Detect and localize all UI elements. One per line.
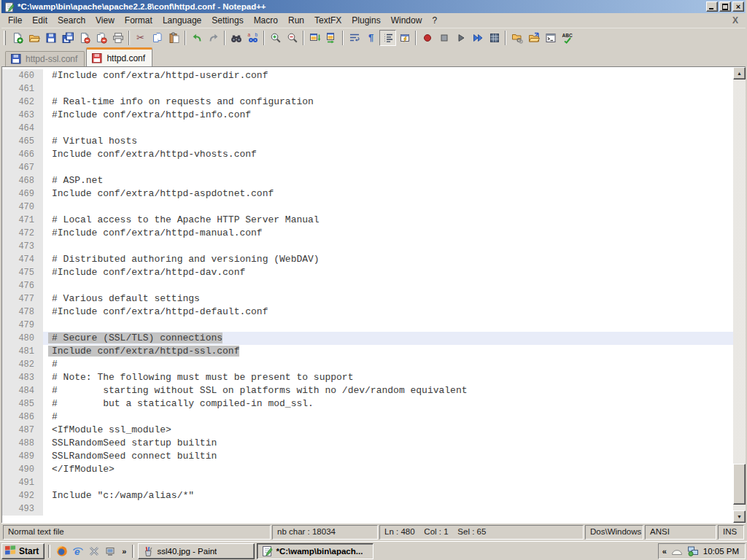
menu-item-file[interactable]: File	[3, 14, 27, 27]
code-line-472[interactable]: 472#Include conf/extra/httpd-manual.conf	[2, 227, 733, 240]
menu-item-plugins[interactable]: Plugins	[347, 14, 385, 27]
macro-stop-button[interactable]	[436, 30, 452, 46]
open-file-button[interactable]	[26, 30, 42, 46]
quick-launch-overflow-chevron[interactable]: »	[120, 547, 128, 556]
quick-launch-pc-tool[interactable]	[102, 543, 118, 559]
sync-vertical-scrolling-button[interactable]	[306, 30, 323, 46]
task-button-paint[interactable]: ssl40.jpg - Paint	[138, 543, 255, 559]
code-line-463[interactable]: 463#Include conf/extra/httpd-info.conf	[2, 109, 733, 122]
open-containing-folder-button[interactable]	[525, 30, 542, 46]
clock[interactable]: 10:05 PM	[703, 547, 739, 556]
code-line-461[interactable]: 461	[2, 82, 733, 96]
vertical-scrollbar[interactable]: ▲ ▼	[733, 67, 746, 523]
menu-item-view[interactable]: View	[90, 14, 120, 27]
code-line-475[interactable]: 475#Include conf/extra/httpd-dav.conf	[2, 266, 733, 279]
code-line-480[interactable]: 480# Secure (SSL/TLS) connections	[2, 332, 733, 345]
scroll-up-button[interactable]: ▲	[733, 67, 746, 79]
code-line-462[interactable]: 462# Real-time info on requests and conf…	[2, 96, 733, 109]
scroll-down-button[interactable]: ▼	[733, 510, 746, 523]
task-button-notepadpp[interactable]: *C:\wamp\bin\apach...	[257, 543, 374, 559]
close-file-button[interactable]	[76, 30, 93, 46]
code-line-470[interactable]: 470	[2, 201, 733, 214]
save-all-button[interactable]	[59, 30, 76, 46]
find-replace-button[interactable]: ab	[244, 30, 261, 46]
undo-button[interactable]	[188, 30, 205, 46]
zoom-out-button[interactable]	[284, 30, 301, 46]
restore-button[interactable]	[719, 1, 731, 12]
editor-area[interactable]: 460#Include conf/extra/httpd-userdir.con…	[1, 66, 746, 523]
code-line-478[interactable]: 478#Include conf/extra/httpd-default.con…	[2, 306, 733, 319]
new-file-button[interactable]	[9, 30, 26, 46]
macro-run-multiple-button[interactable]	[469, 30, 486, 46]
code-line-486[interactable]: 486#	[2, 411, 733, 424]
code-line-488[interactable]: 488SSLRandomSeed startup builtin	[2, 437, 733, 450]
code-line-460[interactable]: 460#Include conf/extra/httpd-userdir.con…	[2, 69, 733, 82]
spell-check-button[interactable]: ABC	[559, 30, 576, 46]
code-line-479[interactable]: 479	[2, 319, 733, 332]
menu-item-textfx[interactable]: TextFX	[309, 14, 347, 27]
quick-launch-firefox[interactable]	[54, 543, 70, 559]
copy-button[interactable]	[149, 30, 166, 46]
find-button[interactable]	[228, 30, 244, 46]
code-line-465[interactable]: 465# Virtual hosts	[2, 135, 733, 148]
code-line-483[interactable]: 483# Note: The following must must be pr…	[2, 371, 733, 384]
code-line-493[interactable]: 493	[2, 502, 733, 516]
redo-button[interactable]	[205, 30, 222, 46]
tab-httpd-ssl.conf[interactable]: httpd-ssl.conf	[5, 51, 85, 66]
tab-httpd.conf[interactable]: httpd.conf	[86, 47, 152, 66]
close-all-button[interactable]	[93, 30, 109, 46]
scrollbar-track[interactable]	[733, 79, 746, 510]
show-all-characters-button[interactable]: ¶	[363, 30, 379, 46]
network-tray-icon[interactable]	[687, 545, 699, 557]
menu-item-run[interactable]: Run	[283, 14, 309, 27]
cut-button[interactable]: ✂	[132, 30, 149, 46]
user-define-dialog-button[interactable]	[396, 30, 413, 46]
save-file-button[interactable]	[42, 30, 59, 46]
paste-button[interactable]	[166, 30, 182, 46]
macro-record-button[interactable]	[419, 30, 436, 46]
macro-play-button[interactable]	[452, 30, 469, 46]
quick-launch-x-tool[interactable]	[86, 543, 102, 559]
wamp-tray-icon[interactable]	[671, 545, 683, 557]
code-line-468[interactable]: 468# ASP.net	[2, 174, 733, 187]
code-line-476[interactable]: 476	[2, 279, 733, 292]
word-wrap-button[interactable]	[346, 30, 363, 46]
code-line-491[interactable]: 491	[2, 476, 733, 489]
code-line-469[interactable]: 469Include conf/extra/httpd-aspdotnet.co…	[2, 187, 733, 201]
show-indent-guide-button[interactable]	[379, 30, 396, 46]
close-button[interactable]: ×	[732, 1, 744, 12]
start-button[interactable]: Start	[1, 543, 44, 559]
launch-console-button[interactable]	[542, 30, 559, 46]
code-line-481[interactable]: 481Include conf/extra/httpd-ssl.conf	[2, 345, 733, 358]
code-line-492[interactable]: 492Include "c:/wamp/alias/*"	[2, 489, 733, 502]
code-line-474[interactable]: 474# Distributed authoring and versionin…	[2, 253, 733, 266]
macro-save-button[interactable]	[486, 30, 503, 46]
code-line-489[interactable]: 489SSLRandomSeed connect builtin	[2, 450, 733, 463]
print-button[interactable]	[109, 30, 126, 46]
close-document-x-button[interactable]: X	[732, 15, 738, 26]
code-line-485[interactable]: 485# but a statically compiled-in mod_ss…	[2, 397, 733, 411]
sync-horizontal-scrolling-button[interactable]	[323, 30, 340, 46]
quick-launch-internet-explorer[interactable]: e	[70, 543, 86, 559]
menu-item-edit[interactable]: Edit	[27, 14, 53, 27]
open-in-explorer-button[interactable]	[508, 30, 525, 46]
tray-collapse-chevron[interactable]: «	[662, 547, 667, 556]
menu-item-window[interactable]: Window	[386, 14, 427, 27]
code-line-487[interactable]: 487<IfModule ssl_module>	[2, 424, 733, 437]
code-line-484[interactable]: 484# starting without SSL on platforms w…	[2, 384, 733, 397]
menu-item-[interactable]: ?	[427, 14, 442, 27]
toolbar-grip[interactable]	[4, 31, 6, 45]
zoom-in-button[interactable]	[267, 30, 284, 46]
code-line-471[interactable]: 471# Local access to the Apache HTTP Ser…	[2, 214, 733, 227]
menu-item-language[interactable]: Language	[158, 14, 206, 27]
code-line-477[interactable]: 477# Various default settings	[2, 292, 733, 306]
scrollbar-thumb[interactable]	[733, 464, 746, 505]
menu-item-format[interactable]: Format	[120, 14, 158, 27]
code-line-466[interactable]: 466Include conf/extra/httpd-vhosts.conf	[2, 148, 733, 161]
minimize-button[interactable]	[706, 1, 718, 12]
code-line-482[interactable]: 482#	[2, 358, 733, 371]
menu-item-macro[interactable]: Macro	[249, 14, 283, 27]
code-line-473[interactable]: 473	[2, 240, 733, 253]
menu-item-search[interactable]: Search	[53, 14, 90, 27]
code-line-464[interactable]: 464	[2, 122, 733, 135]
